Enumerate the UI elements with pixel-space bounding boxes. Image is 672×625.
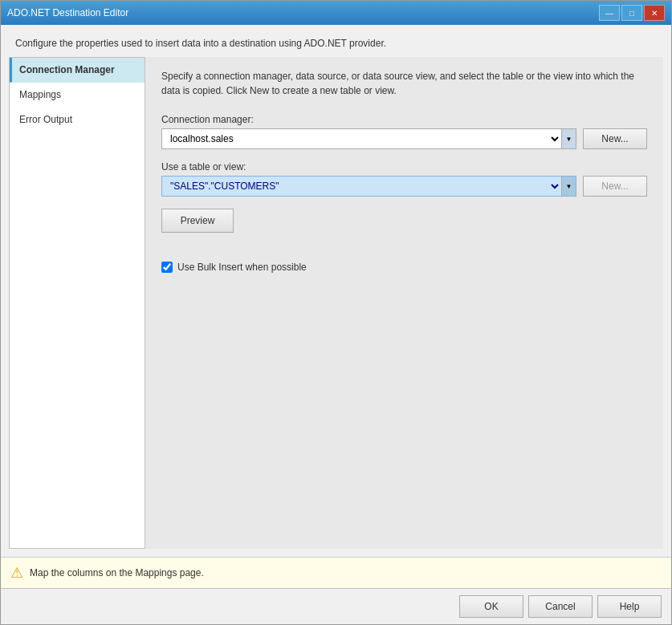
- window-title: ADO.NET Destination Editor: [7, 7, 128, 18]
- new-connection-button[interactable]: New...: [583, 128, 647, 149]
- table-select[interactable]: "SALES"."CUSTOMERS": [162, 177, 561, 196]
- content-description: Specify a connection manager, data sourc…: [161, 69, 647, 98]
- table-section: Use a table or view: "SALES"."CUSTOMERS"…: [161, 161, 647, 197]
- ok-button[interactable]: OK: [459, 595, 523, 618]
- main-area: Connection Manager Mappings Error Output…: [9, 57, 663, 549]
- bulk-insert-label[interactable]: Use Bulk Insert when possible: [177, 262, 307, 273]
- warning-icon: ⚠: [10, 564, 23, 582]
- new-table-button[interactable]: New...: [583, 176, 647, 197]
- bulk-insert-checkbox[interactable]: [161, 262, 173, 273]
- table-row: "SALES"."CUSTOMERS" ▼ New...: [161, 176, 647, 197]
- preview-button[interactable]: Preview: [161, 209, 234, 233]
- connection-manager-row: localhost.sales ▼ New...: [161, 128, 647, 149]
- window-content: Configure the properties used to insert …: [1, 25, 671, 557]
- title-bar: ADO.NET Destination Editor — □ ✕: [1, 1, 671, 25]
- sidebar-item-connection-manager[interactable]: Connection Manager: [10, 58, 145, 83]
- content-panel: Specify a connection manager, data sourc…: [145, 57, 663, 549]
- connection-manager-arrow: ▼: [561, 129, 576, 148]
- minimize-button[interactable]: —: [599, 5, 620, 21]
- table-arrow: ▼: [561, 177, 576, 196]
- cancel-button[interactable]: Cancel: [528, 595, 593, 618]
- sidebar-item-error-output[interactable]: Error Output: [10, 108, 145, 132]
- table-combo[interactable]: "SALES"."CUSTOMERS" ▼: [161, 176, 576, 197]
- help-button[interactable]: Help: [597, 595, 662, 618]
- footer-buttons: OK Cancel Help: [1, 588, 671, 624]
- bulk-insert-row: Use Bulk Insert when possible: [161, 262, 647, 273]
- sidebar: Connection Manager Mappings Error Output: [9, 57, 145, 549]
- connection-manager-label: Connection manager:: [161, 114, 647, 125]
- sidebar-item-mappings[interactable]: Mappings: [10, 83, 145, 108]
- connection-manager-combo[interactable]: localhost.sales ▼: [161, 128, 576, 149]
- connection-manager-section: Connection manager: localhost.sales ▼ Ne…: [161, 114, 647, 149]
- close-button[interactable]: ✕: [644, 5, 665, 21]
- main-window: ADO.NET Destination Editor — □ ✕ Configu…: [0, 0, 672, 625]
- preview-section: Preview: [161, 209, 647, 249]
- table-label: Use a table or view:: [161, 161, 647, 172]
- warning-text: Map the columns on the Mappings page.: [30, 567, 204, 578]
- maximize-button[interactable]: □: [621, 5, 642, 21]
- top-description: Configure the properties used to insert …: [9, 33, 663, 57]
- title-bar-controls: — □ ✕: [599, 5, 665, 21]
- bottom-bar: ⚠ Map the columns on the Mappings page.: [1, 557, 671, 588]
- connection-manager-select[interactable]: localhost.sales: [162, 129, 561, 148]
